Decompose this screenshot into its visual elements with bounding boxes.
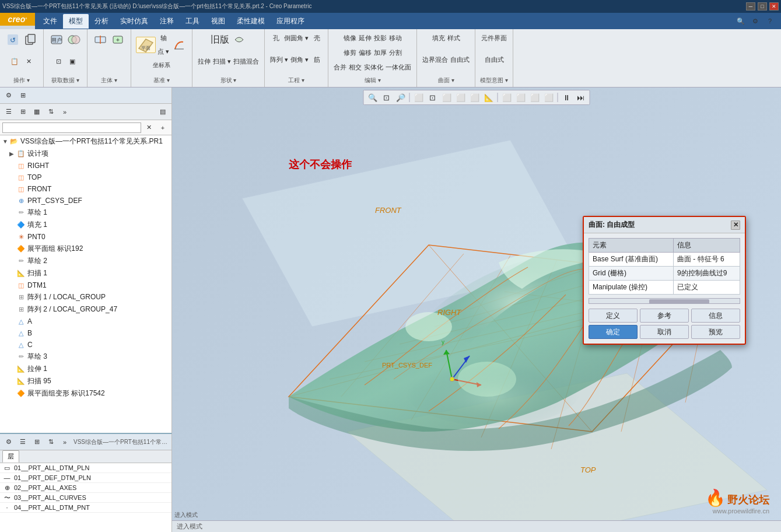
shrink-btn[interactable]: ▣ [66,55,79,68]
new-btn[interactable]: ↺ [5,32,21,48]
zoom-fit-icon[interactable]: ⊡ [380,92,393,103]
view-shade3-icon[interactable]: ⬜ [468,92,481,103]
view-std-icon[interactable]: ⬜ [412,92,425,103]
view-settings-icon[interactable]: ▤ [156,106,169,118]
search-clear-icon[interactable]: ✕ [142,121,155,134]
view-color-icon[interactable]: ⬜ [514,92,527,103]
scroll-thumb[interactable] [649,299,709,304]
minimize-button[interactable]: ─ [746,2,755,10]
view-pause-icon[interactable]: ⏸ [561,92,573,103]
tree-item-design[interactable]: ▶ 📋 设计项 [0,148,171,160]
tree-item-sweep1[interactable]: 📐 扫描 1 [0,267,171,279]
offset-btn[interactable]: 偏移 [358,46,372,59]
old-btn[interactable]: 旧版 [210,32,230,48]
cancel-button[interactable]: 取消 [640,325,689,339]
bottom-cols-icon[interactable]: ⊞ [30,436,43,449]
view-wire-icon[interactable]: ⊡ [426,92,439,103]
search-icon[interactable]: 🔍 [734,15,747,27]
view-next-icon[interactable]: ⏭ [575,92,587,103]
tree-item-csys[interactable]: ⊕ PRT_CSYS_DEF [0,195,171,206]
free-btn[interactable]: 自由式 [450,54,470,66]
settings-icon[interactable]: ⚙ [749,15,762,27]
menu-file[interactable]: 文件 [37,14,63,29]
info-button[interactable]: 信息 [691,309,740,323]
blendmix-btn[interactable]: 边界混合 [422,54,449,66]
view-shade2-icon[interactable]: ⬜ [454,92,467,103]
delete-btn[interactable]: ✕ [22,55,35,68]
ok-button[interactable]: 确定 [589,325,638,339]
layer-item-2[interactable]: — 01__PRT_DEF_DTM_PLN [0,473,171,483]
chamfer-btn[interactable]: 倒圆角 ▾ [283,32,309,44]
bottom-list-icon[interactable]: ☰ [16,436,29,449]
tree-item-sketch2[interactable]: ✏ 草绘 2 [0,255,171,267]
tree-item-flat1[interactable]: 🔶 展平面组 标识192 [0,243,171,255]
copy-btn[interactable] [22,32,38,48]
chamfer2-btn[interactable]: 倒角 ▾ [290,54,309,66]
table-row[interactable]: Grid (栅格) 9的控制曲线过9 [589,267,740,281]
sidebar-gear-icon[interactable]: ⚙ [2,89,15,102]
axis-btn[interactable]: 轴 [157,32,170,44]
tree-item-array2[interactable]: ⊞ 阵列 2 / LOCAL_GROUP_47 [0,303,171,316]
paste-btn[interactable]: 📋 [8,55,21,68]
menu-model[interactable]: 模型 [63,14,89,29]
extend-btn[interactable]: 延伸 [358,32,372,44]
project-btn[interactable]: 投影 [373,32,387,44]
array-btn[interactable]: 阵列 ▾ [269,54,289,66]
view-sort-icon[interactable]: ⇅ [44,106,57,118]
elem-face-btn[interactable]: 元件界面 [481,32,507,44]
tree-item-A[interactable]: △ A [0,316,171,327]
tree-item-array1[interactable]: ⊞ 阵列 1 / LOCAL_GROUP [0,291,171,303]
maximize-button[interactable]: □ [758,2,767,10]
move-btn[interactable]: 移动 [388,32,402,44]
view-section-icon[interactable]: ⬜ [528,92,541,103]
sweep-blend-btn[interactable]: 扫描混合 [233,55,260,68]
tree-item-top[interactable]: ◫ TOP [0,172,171,183]
zoom-in-icon[interactable]: 🔍 [366,92,379,103]
sketch-datum-btn[interactable] [171,37,187,53]
thicken-btn[interactable]: 加厚 [373,46,387,59]
menu-simulation[interactable]: 实时仿真 [114,14,154,29]
split-btn[interactable] [92,32,108,48]
new-body-btn[interactable]: + [110,32,126,48]
unify-btn[interactable]: 一体化面 [385,61,412,74]
layer-tab[interactable]: 层 [2,450,19,463]
define-button[interactable]: 定义 [589,309,638,323]
preview-button[interactable]: 预览 [691,325,740,339]
view-more-icon[interactable]: » [58,106,71,118]
sweep-btn[interactable]: 扫描 ▾ [212,55,232,68]
tree-item-B[interactable]: △ B [0,327,171,339]
dialog-scrollbar[interactable] [589,298,740,304]
tree-item-C[interactable]: △ C [0,339,171,351]
tree-item-sketch3[interactable]: ✏ 草绘 3 [0,351,171,363]
menu-apps[interactable]: 应用程序 [271,14,310,29]
point-btn[interactable]: 点 ▾ [157,45,170,58]
solidify-btn[interactable]: 实体化 [363,61,384,74]
divide-btn[interactable]: 分割 [388,46,402,59]
plane-btn[interactable]: 平面 [136,37,156,53]
tree-item-fill1[interactable]: 🔷 填充 1 [0,219,171,231]
layer-item-1[interactable]: ▭ 01__PRT_ALL_DTM_PLN [0,463,171,473]
tree-item-right[interactable]: ◫ RIGHT [0,160,171,172]
extrude-btn[interactable]: 拉伸 [197,55,211,68]
merge-btn[interactable]: 合并 [333,61,347,74]
tree-item-extrude1[interactable]: 📐 拉伸 1 [0,363,171,375]
tree-item-dtm1[interactable]: ◫ DTM1 [0,279,171,291]
layer-item-4[interactable]: 〜 03__PRT_ALL_CURVES [0,493,171,503]
shell-btn[interactable]: 壳 [310,32,323,44]
tree-item-front[interactable]: ◫ FRONT [0,183,171,195]
dialog-close-button[interactable]: ✕ [731,220,740,230]
menu-flex[interactable]: 柔性建模 [231,14,271,29]
view-layer-icon[interactable]: ⬜ [500,92,513,103]
rotate-btn[interactable] [231,32,247,48]
search-add-icon[interactable]: + [156,121,169,134]
fill-btn[interactable]: 填充 [432,32,446,44]
help-icon[interactable]: ? [764,15,776,27]
rib-btn[interactable]: 筋 [310,54,323,66]
bottom-sort-icon[interactable]: ⇅ [44,436,57,449]
table-row[interactable]: Manipulate (操控) 已定义 [589,281,740,295]
reference-button[interactable]: 参考 [640,309,689,323]
bottom-more-icon[interactable]: » [58,436,71,449]
menu-tools[interactable]: 工具 [180,14,205,29]
mirror-btn[interactable]: 镜像 [343,32,357,44]
table-row[interactable]: Base Surf (基准曲面) 曲面 - 特征号 6 [589,253,740,267]
